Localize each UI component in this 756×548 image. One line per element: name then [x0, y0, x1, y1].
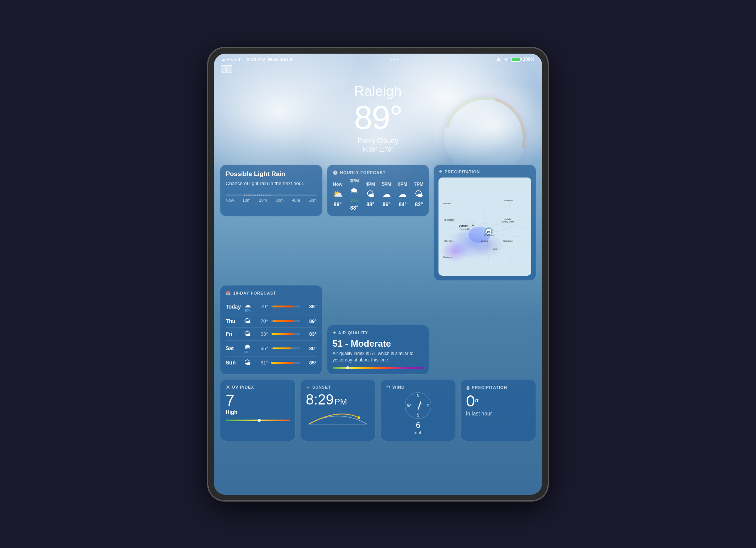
- aqi-label: ✦ AIR QUALITY: [333, 330, 424, 335]
- timeline-dot: [255, 195, 256, 196]
- timeline-labels: Now 10m 20m 30m 40m 50m: [226, 198, 317, 202]
- top-grid: Possible Light Rain Chance of light rain…: [214, 165, 542, 281]
- forecast-icon-fri: 🌤: [241, 330, 254, 338]
- battery-percent: 100%: [523, 57, 534, 62]
- compass-arrow-svg: [412, 400, 424, 411]
- hourly-row: Now ⛅ 89° 3PM 🌧 30% 88° 4PM 🌤 88°: [333, 178, 424, 211]
- time-30m: 30m: [276, 198, 284, 202]
- hour-time-3pm: 3PM: [350, 178, 359, 184]
- sunset-card: SUNSET 8:29 PM: [300, 379, 376, 441]
- svg-text:Chapel Hill: Chapel Hill: [460, 228, 470, 230]
- compass-south: S: [417, 413, 420, 417]
- svg-marker-40: [419, 402, 422, 404]
- time-20m: 20m: [259, 198, 267, 202]
- search-button[interactable]: Search: [222, 57, 242, 62]
- sidebar-toggle-button[interactable]: [222, 65, 232, 74]
- hour-time-now: Now: [333, 182, 342, 187]
- forecast-bar-thu: [271, 320, 300, 322]
- hour-temp-5pm: 86°: [383, 201, 390, 207]
- uv-value: 7: [226, 392, 290, 408]
- sunset-label: SUNSET: [306, 385, 370, 389]
- hour-temp-7pm: 82°: [415, 201, 423, 207]
- svg-point-8: [442, 240, 469, 262]
- forecast-high-fri: 83°: [303, 331, 317, 337]
- timeline-dot: [266, 195, 268, 196]
- forecast-low-today: 70°: [254, 304, 268, 309]
- inch-symbol: ″: [475, 397, 479, 409]
- timeline-dot: [249, 195, 251, 196]
- svg-text:Rocky Mount: Rocky Mount: [502, 221, 514, 223]
- air-quality-card: ✦ AIR QUALITY 51 - Moderate Air quality …: [327, 325, 429, 375]
- hour-icon-5pm: ☁: [383, 189, 391, 199]
- forecast-high-sun: 85°: [303, 360, 317, 366]
- hour-item-now: Now ⛅ 89°: [333, 182, 343, 207]
- svg-text:Siler City: Siler City: [445, 239, 453, 242]
- hour-item-6pm: 6PM ☁ 84°: [398, 182, 407, 207]
- sparkles-icon: ✦: [333, 330, 336, 335]
- svg-rect-2: [222, 65, 226, 73]
- svg-text:Roxboro: Roxboro: [443, 202, 451, 204]
- forecast-chance-sat: 60%: [244, 350, 251, 354]
- map-svg: Roxboro Henderson Burlington Durham Chap…: [438, 178, 531, 276]
- timeline-dot: [259, 195, 260, 196]
- condition-text: Partly Cloudy: [214, 137, 542, 145]
- umbrella-icon: ☂: [438, 170, 443, 174]
- forecast-high-thu: 89°: [303, 318, 317, 324]
- forecast-low-thu: 70°: [254, 318, 268, 324]
- precipitation-map-card: ☂ PRECIPITATION: [434, 165, 536, 281]
- status-left: Search 2:11 PM Wed Jun 8: [222, 57, 292, 62]
- search-label: Search: [226, 57, 242, 62]
- precip-bottom-card: PRECIPITATION 0″ in last hour: [460, 379, 536, 441]
- svg-rect-3: [227, 65, 232, 73]
- timeline-dot: [251, 195, 253, 196]
- svg-line-33: [226, 385, 227, 386]
- map-spacer: [434, 285, 536, 375]
- precip-bottom-value: 0″: [466, 393, 530, 409]
- hour-temp-4pm: 88°: [366, 201, 374, 207]
- wind-compass: N S E W: [405, 392, 431, 419]
- hour-icon-3pm: 🌧: [350, 186, 358, 196]
- location-icon: [496, 57, 501, 62]
- svg-line-36: [226, 388, 227, 388]
- ipad-screen: Search 2:11 PM Wed Jun 8: [214, 54, 542, 495]
- svg-point-27: [472, 224, 474, 226]
- timeline-dot: [265, 195, 266, 196]
- top-bar: [214, 64, 542, 76]
- dot-2: [393, 59, 395, 60]
- svg-text:89: 89: [487, 230, 490, 233]
- timeline-dot: [268, 195, 270, 196]
- forecast-row-fri: Fri 🌤 63° 83°: [226, 328, 317, 341]
- svg-text:Sanford: Sanford: [481, 239, 488, 242]
- forecast-bar-fill-today: [273, 306, 294, 307]
- forecast-low-sun: 61°: [254, 360, 268, 366]
- forecast-icon-thu: 🌤: [241, 317, 254, 325]
- svg-text:Goldsboro: Goldsboro: [503, 239, 513, 242]
- forecast-bar-sun: [271, 362, 300, 364]
- forecast-chance-today: 40%: [244, 309, 251, 312]
- svg-line-35: [229, 385, 229, 386]
- hour-temp-3pm: 88°: [350, 205, 358, 211]
- map-container[interactable]: Roxboro Henderson Burlington Durham Chap…: [438, 178, 531, 276]
- forecast-icon-sat: 🌧 60%: [241, 343, 254, 354]
- high-low-text: H:89° L:70°: [214, 147, 542, 153]
- timeline-dot: [244, 195, 245, 196]
- svg-text:My Location: My Location: [484, 234, 494, 236]
- tenday-label: 📅 10-DAY FORECAST: [226, 291, 317, 296]
- low-temp: L:70°: [380, 147, 394, 153]
- svg-point-28: [227, 386, 229, 388]
- high-temp: H:89°: [363, 147, 378, 153]
- svg-marker-0: [496, 57, 501, 62]
- forecast-high-sat: 80°: [303, 346, 317, 351]
- hour-time-7pm: 7PM: [414, 182, 424, 187]
- date-label: Wed Jun 8: [268, 57, 292, 62]
- calendar-icon: 📅: [226, 291, 231, 296]
- battery-icon: [511, 57, 521, 62]
- precip-bottom-label: PRECIPITATION: [466, 385, 530, 390]
- forecast-bar-fill-thu: [273, 320, 294, 322]
- bottom-row: UV INDEX 7 High SUNSET 8:29 PM: [214, 379, 542, 447]
- hour-item-4pm: 4PM 🌤 88°: [366, 182, 375, 207]
- sunset-curve-svg: [306, 410, 370, 429]
- hour-temp-6pm: 84°: [399, 201, 407, 207]
- timeline-dot: [257, 195, 258, 196]
- wind-icon: [386, 385, 390, 389]
